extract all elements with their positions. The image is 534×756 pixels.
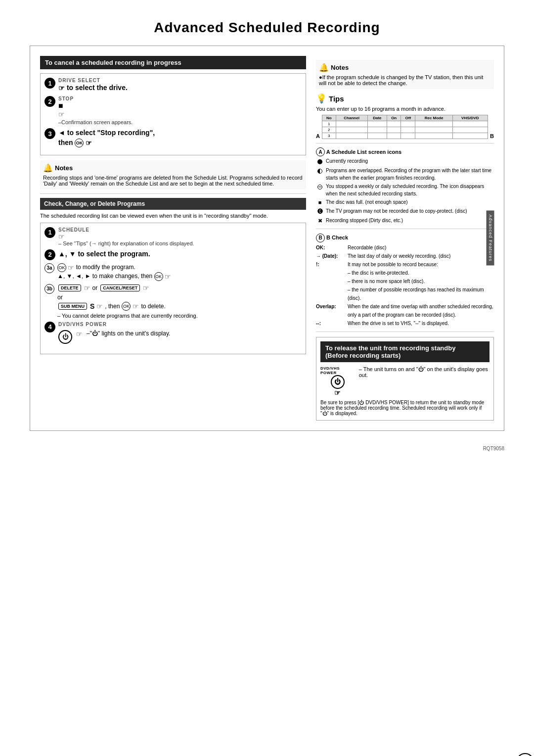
hand-icon-3: ☞ [86,139,92,146]
step1-content: DRIVE SELECT ☞ to select the drive. [58,78,302,93]
release-header: To release the unit from recording stand… [320,341,490,362]
schedule-row-2: 2 [322,127,488,133]
step3-desc: ◄ to select "Stop recording", then OK ☞ [58,128,302,148]
notes-right-text: ●If the program schedule is changed by t… [319,74,491,86]
step1-num: 1 [44,78,55,89]
s-label: S [90,302,94,310]
stop-icon: ■ [58,101,302,110]
hand-icon-9: ☞ [96,302,103,310]
step3b-row2: or [57,294,302,301]
hand-icon-5: ☞ [68,264,74,272]
model-number: RQT9058 [483,446,504,451]
circle-fill-icon [317,159,322,164]
check-step2-content: ▲, ▼ to select the program. [58,249,302,259]
step3-content: ◄ to select "Stop recording", then OK ☞ [58,128,302,148]
step2-content: STOP ■ ☞ –Confirmation screen appears. [58,96,302,125]
circle-half-icon [317,169,322,174]
cancel-notes: 🔔 Notes Recording stops and 'one-time' p… [40,160,306,189]
cancel-reset-btn: CANCEL/RESET [100,284,140,291]
step2-label: STOP [58,96,302,101]
right-column: 🔔 Notes ●If the program schedule is chan… [316,56,494,421]
check-step2-desc: ▲, ▼ to select the program. [58,249,302,259]
check-step4-num: 4 [44,322,55,332]
hand-icon-8: ☞ [143,284,149,292]
step4-desc: –"⏻" lights on the unit's display. [87,330,170,337]
then-text: , then [105,303,120,310]
hand-icon-6: ☞ [165,273,171,281]
or-text-2: or [57,294,63,301]
tips-text: You can enter up to 16 programs a month … [316,106,494,112]
cancel-step2: 2 STOP ■ ☞ –Confirmation screen appears. [44,96,302,125]
release-desc: – The unit turns on and "⏻" on the unit'… [359,366,490,378]
col-date: Date [367,115,387,121]
label-a: A [316,133,320,139]
col-rec-mode: Rec Mode [415,115,452,121]
check-intro: The scheduled recording list can be view… [40,213,306,219]
schedule-row-1: 1 [322,121,488,127]
notes-right-title: 🔔 Notes [319,63,491,72]
cannot-delete-text: – You cannot delete programs that are cu… [57,313,302,319]
hand-icon-release: ☞ [334,389,341,397]
icon-sym-6: ✖ [316,217,324,225]
step3b-content: DELETE ☞ or CANCEL/RESET ☞ or SUB MENU S… [57,284,302,319]
step3b-label: 3b [44,284,54,294]
release-power-row: DVD/VHS POWER ⏻ ☞ – The unit turns on an… [320,366,490,397]
hand-icon-4: ☞ [58,233,65,240]
cancel-steps: 1 DRIVE SELECT ☞ to select the drive. 2 … [40,73,306,155]
icon-sym-3 [316,183,324,197]
schedule-row-3: 3 [322,133,488,139]
check-step1-num: 1 [44,227,55,238]
page-number: 25 [516,753,534,756]
power-btn-icon-4: ⏻ [58,330,72,344]
hand-icon-1: ☞ [58,84,65,92]
step2-sub: –Confirmation screen appears. [58,119,302,125]
check-step3b: 3b DELETE ☞ or CANCEL/RESET ☞ or SUB MEN… [44,284,302,319]
check-step4: 4 DVD/VHS POWER ⏻ ☞ –"⏻" lights on the u… [44,322,302,347]
icon-desc-1: Currently recording [326,157,368,166]
release-section: To release the unit from recording stand… [316,337,494,421]
check-exclaim: !: It may not be possible to record beca… [316,260,494,302]
left-column: To cancel a scheduled recording in progr… [40,56,306,421]
col-no: No [322,115,336,121]
icon-sym-2 [316,167,324,182]
step4-power-row: ⏻ ☞ –"⏻" lights on the unit's display. [58,330,302,344]
circle-b: B [316,234,325,242]
check-overlap-desc: When the date and time overlap with anot… [348,302,494,319]
check-ok-key: OK: [316,243,346,252]
icon-sym-4: ■ [316,198,324,207]
notes-icon: 🔔 [43,163,53,173]
step3a-sub: ▲, ▼, ◄, ► to make changes, then [57,273,152,280]
check-overlap-key: Overlap: [316,302,346,319]
check-step1-label: SCHEDULE [58,227,302,233]
check-date: → (Date): The last day of daily or weekl… [316,252,494,260]
tips-icon: 💡 [316,93,327,104]
icon-row-5: 🅒 The TV program may not be recorded due… [316,207,494,216]
cancel-step3: 3 ◄ to select "Stop recording", then OK … [44,128,302,148]
step3a-label: 3a [44,263,54,273]
step1-label: DRIVE SELECT [58,78,302,83]
check-step2-num: 2 [44,249,55,260]
icon-sym-1 [316,157,324,166]
icon-row-1: Currently recording [316,157,494,166]
check-exclaim-key: !: [316,260,346,302]
dvdvhs-label: DVD/VHS POWER [320,366,355,375]
icon-desc-5: The TV program may not be recorded due t… [326,207,467,216]
icon-row-4: ■ The disc was full. (not enough space) [316,198,494,207]
dvdvhs-power-area: DVD/VHS POWER ⏻ ☞ [320,366,355,397]
circle-a: A [316,147,325,156]
or-text-1: or [92,284,98,291]
schedule-display: A No Channel Date On Off Rec Mode VHS/DV [316,115,494,139]
release-note: Be sure to press [⏻ DVD/VHS POWER] to re… [320,400,490,416]
hand-icon-2: ☞ [58,110,302,118]
check-section-header: Check, Change, or Delete Programs [40,198,306,210]
cancel-step1: 1 DRIVE SELECT ☞ to select the drive. [44,78,302,93]
col-off: Off [401,115,415,121]
icon-desc-4: The disc was full. (not enough space) [326,198,408,207]
col-vhs: VHS/DVD [452,115,488,121]
check-dash-desc: When the drive is set to VHS, "--" is di… [348,319,449,328]
step1-desc: ☞ to select the drive. [58,83,302,93]
notes-right: 🔔 Notes ●If the program schedule is chan… [316,60,494,89]
icon-desc-2: Programs are overlapped. Recording of th… [326,167,494,182]
check-dash-key: --: [316,319,346,328]
check-step1: 1 SCHEDULE ☞ – See "Tips" (→ right) for … [44,227,302,246]
